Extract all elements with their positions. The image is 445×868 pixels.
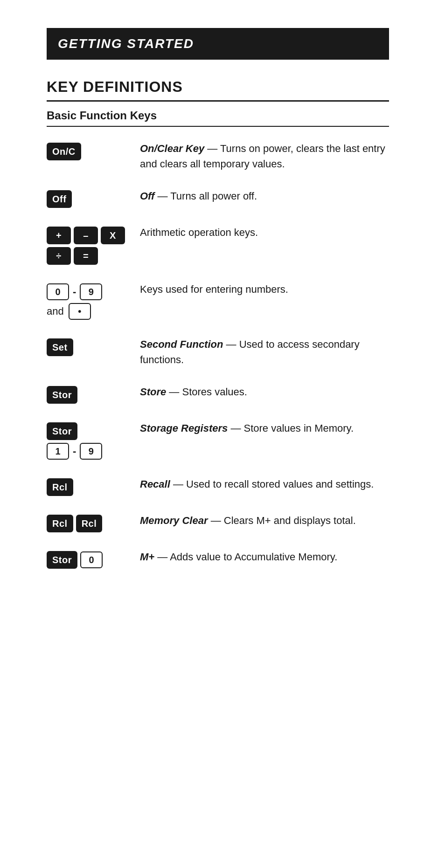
desc-arith-text: Arithmetic operation keys. [140,227,258,238]
key-badge-set: Set [47,338,73,356]
key-row-rcl: Rcl Recall — Used to recall stored value… [47,476,389,496]
stor-label: Stor [47,422,77,440]
key-badge-rcl3: Rcl [76,515,103,532]
key-badge-divide: ÷ [47,247,71,265]
dash-1-9: - [73,445,76,457]
key-col-rcl-rcl: Rcl Rcl [47,513,140,532]
dash-0-9: - [73,286,76,298]
key-badge-off: Off [47,190,72,208]
desc-stor-0-text: M+ — Adds value to Accumulative Memory. [140,551,337,563]
key-row-onc: On/C On/Clear Key — Turns on power, clea… [47,141,389,172]
desc-rcl-rcl-text: Memory Clear — Clears M+ and displays to… [140,515,356,526]
desc-rcl: Recall — Used to recall stored values an… [140,476,389,492]
key-inline-rcl-rcl: Rcl Rcl [47,515,102,532]
key-col-set: Set [47,337,140,356]
and-text: and [47,305,64,317]
key-badge-nine: 9 [80,283,102,300]
key-col-stor: Stor [47,384,140,404]
key-badge-zero: 0 [47,283,69,300]
key-row-0-9: 0 - 9 and • Keys used for entering numbe… [47,282,389,320]
header-banner: GETTING STARTED [47,28,389,60]
desc-arith: Arithmetic operation keys. [140,225,389,240]
desc-onc-text: On/Clear Key — Turns on power, clears th… [140,143,385,170]
page-container: GETTING STARTED KEY DEFINITIONS Basic Fu… [0,0,445,868]
key-badge-stor2: Stor [47,422,77,440]
desc-rcl-text: Recall — Used to recall stored values an… [140,478,374,490]
desc-stor-reg-text: Storage Registers — Store values in Memo… [140,422,354,434]
key-inline-0-9: 0 - 9 [47,283,102,300]
key-badge-zero2: 0 [80,551,103,568]
desc-set-text: Second Function — Used to access seconda… [140,338,360,365]
key-row-stor-reg: Stor 1 - 9 Storage Registers — Store val… [47,420,389,460]
desc-stor: Store — Stores values. [140,384,389,400]
key-badge-stor3: Stor [47,551,77,569]
header-banner-text: GETTING STARTED [58,36,194,51]
key-badge-plus: + [47,227,71,244]
key-badge-onc: On/C [47,143,81,160]
key-col-rcl: Rcl [47,476,140,496]
key-badge-nine2: 9 [80,443,102,460]
subsection-title: Basic Function Keys [47,109,389,122]
key-badge-equals: = [74,247,98,265]
key-col-stor-0: Stor 0 [47,549,140,569]
section-title: KEY DEFINITIONS [47,78,389,96]
key-col-arith: + – X ÷ = [47,225,140,265]
key-col-stor-reg: Stor 1 - 9 [47,420,140,460]
desc-off-text: Off — Turns all power off. [140,190,257,202]
key-badge-one: 1 [47,443,69,460]
desc-0-9: Keys used for entering numbers. [140,282,389,297]
arith-row2: ÷ = [47,247,140,265]
desc-stor-text: Store — Stores values. [140,386,247,398]
key-row-off: Off Off — Turns all power off. [47,188,389,208]
desc-off: Off — Turns all power off. [140,188,389,204]
key-inline-1-9: 1 - 9 [47,443,102,460]
key-badge-dot: • [69,303,91,320]
key-col-0-9: 0 - 9 and • [47,282,140,320]
key-row-stor: Stor Store — Stores values. [47,384,389,404]
key-badge-stor: Stor [47,386,77,404]
desc-onc: On/Clear Key — Turns on power, clears th… [140,141,389,172]
key-row-stor-0: Stor 0 M+ — Adds value to Accumulative M… [47,549,389,569]
key-row-set: Set Second Function — Used to access sec… [47,337,389,367]
desc-set: Second Function — Used to access seconda… [140,337,389,367]
sub-divider [47,126,389,127]
key-row-arith: + – X ÷ = Arithmetic operation keys. [47,225,389,265]
top-divider [47,100,389,102]
key-inline-stor-0: Stor 0 [47,551,103,569]
key-col-off: Off [47,188,140,208]
desc-rcl-rcl: Memory Clear — Clears M+ and displays to… [140,513,389,528]
key-row-rcl-rcl: Rcl Rcl Memory Clear — Clears M+ and dis… [47,513,389,532]
key-badge-minus: – [74,227,98,244]
key-inline-and-dot: and • [47,303,91,320]
key-col-onc: On/C [47,141,140,160]
key-badge-rcl: Rcl [47,478,73,496]
desc-stor-reg: Storage Registers — Store values in Memo… [140,420,389,436]
arith-row1: + – X [47,227,140,244]
desc-0-9-text: Keys used for entering numbers. [140,283,288,295]
key-badge-rcl2: Rcl [47,515,73,532]
desc-stor-0: M+ — Adds value to Accumulative Memory. [140,549,389,565]
key-badge-times: X [101,227,125,244]
